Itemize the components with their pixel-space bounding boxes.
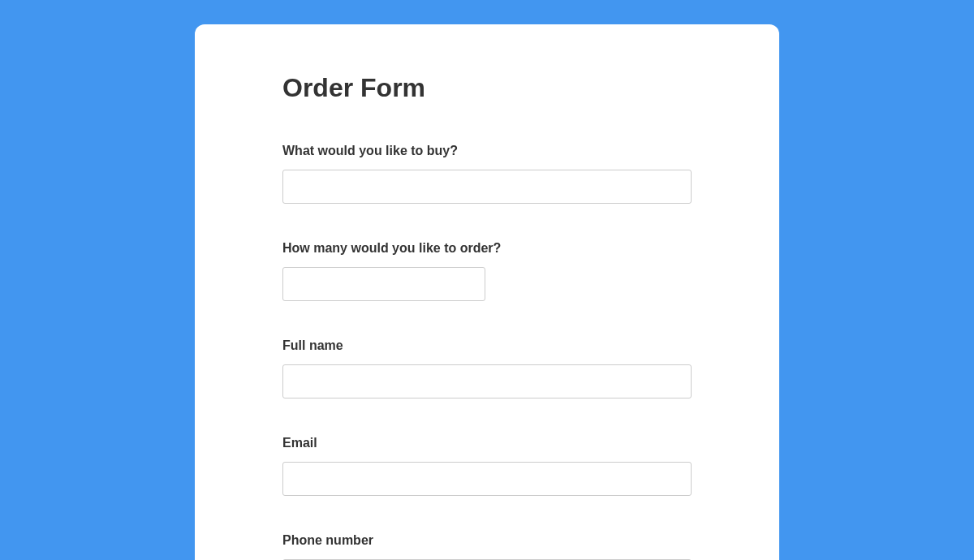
order-form-card: Order Form What would you like to buy? H… xyxy=(195,24,779,560)
phone-label: Phone number xyxy=(282,533,692,548)
quantity-input[interactable] xyxy=(282,267,485,301)
email-label: Email xyxy=(282,436,692,450)
fullname-input[interactable] xyxy=(282,364,692,398)
form-group-phone: Phone number xyxy=(282,533,692,560)
form-group-item: What would you like to buy? xyxy=(282,144,692,204)
form-group-quantity: How many would you like to order? xyxy=(282,241,692,301)
quantity-label: How many would you like to order? xyxy=(282,241,692,256)
form-group-fullname: Full name xyxy=(282,338,692,398)
item-input[interactable] xyxy=(282,170,692,204)
fullname-label: Full name xyxy=(282,338,692,353)
form-title: Order Form xyxy=(282,73,692,103)
email-input[interactable] xyxy=(282,462,692,496)
item-label: What would you like to buy? xyxy=(282,144,692,158)
form-group-email: Email xyxy=(282,436,692,496)
